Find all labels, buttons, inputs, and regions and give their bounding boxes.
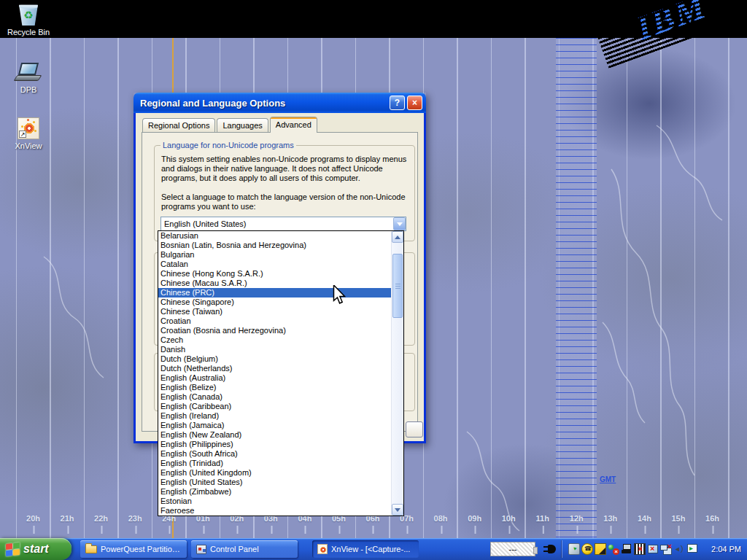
task-button-powerquest-partition[interactable]: PowerQuest Partition... — [80, 540, 187, 558]
select-language-instruction: Select a language to match the language … — [161, 192, 417, 211]
language-option[interactable]: English (Trinidad) — [158, 459, 391, 468]
language-option[interactable]: English (South Africa) — [158, 449, 391, 459]
dialog-title: Regional and Language Options — [140, 98, 387, 109]
dock-station-icon[interactable] — [621, 543, 632, 555]
list-scrollbar[interactable] — [391, 231, 403, 516]
control-panel-icon — [196, 545, 206, 554]
tab-advanced[interactable]: Advanced — [270, 117, 317, 133]
timezone-label: 20h — [26, 514, 40, 523]
language-option[interactable]: English (New Zealand) — [158, 430, 391, 440]
close-button[interactable]: × — [407, 96, 422, 110]
start-button-label: start — [23, 542, 49, 556]
language-option[interactable]: English (Zimbabwe) — [158, 487, 391, 497]
language-option[interactable]: English (United Kingdom) — [158, 468, 391, 478]
language-option[interactable]: Czech — [158, 335, 391, 345]
remove-hardware-icon[interactable] — [568, 543, 580, 555]
language-option[interactable]: Croatian (Bosnia and Herzegovina) — [158, 326, 391, 335]
timezone-label: 13h — [603, 514, 617, 523]
desktop-icon-recycle-bin[interactable]: ♻ Recycle Bin — [6, 4, 51, 36]
language-option[interactable]: Danish — [158, 345, 391, 354]
chevron-up-icon — [395, 236, 400, 239]
network-error-icon[interactable] — [660, 543, 672, 555]
language-combobox[interactable]: English (United States) — [160, 217, 406, 231]
language-option[interactable]: Belarusian — [158, 231, 391, 241]
desktop-icon-label: DPB — [6, 85, 51, 94]
ac-power-plug-icon[interactable] — [543, 543, 559, 555]
laptop-icon — [15, 63, 42, 83]
folder-icon — [85, 545, 97, 553]
tab-regional-options[interactable]: Regional Options — [142, 118, 215, 132]
language-option[interactable]: Catalan — [158, 260, 391, 269]
xnview-logo-icon — [18, 117, 39, 139]
combobox-dropdown-button[interactable] — [393, 217, 406, 230]
language-option[interactable]: English (United States) — [158, 478, 391, 487]
apply-button-partial[interactable] — [406, 421, 423, 438]
task-button-label: Control Panel — [210, 545, 259, 553]
help-button[interactable]: ? — [390, 96, 405, 110]
language-option[interactable]: Bulgarian — [158, 250, 391, 260]
language-option[interactable]: English (Canada) — [158, 392, 391, 402]
language-dropdown-list: BelarusianBosnian (Latin, Bosnia and Her… — [158, 230, 404, 516]
language-option[interactable]: Chinese (PRC) — [158, 288, 391, 298]
language-option[interactable]: English (Jamaica) — [158, 421, 391, 430]
status-ball-icon[interactable] — [581, 543, 593, 555]
taskbar: start PowerQuest Partition...Control Pan… — [0, 538, 747, 560]
task-button-xnview-capture[interactable]: XnView - [<Capture-... — [312, 540, 419, 558]
task-button-label: XnView - [<Capture-... — [331, 545, 410, 553]
chevron-down-icon — [397, 222, 403, 226]
timezone-label: 10h — [502, 514, 516, 523]
recycle-bin-icon: ♻ — [19, 4, 39, 26]
timezone-label: 11h — [536, 514, 549, 523]
language-option[interactable]: Chinese (Taiwan) — [158, 307, 391, 316]
language-option[interactable]: Chinese (Macau S.A.R.) — [158, 279, 391, 288]
tab-languages[interactable]: Languages — [217, 118, 268, 132]
desktop-icon-xnview[interactable]: XnView — [6, 117, 51, 150]
language-option[interactable]: Croatian — [158, 316, 391, 326]
display-error-icon[interactable] — [647, 543, 659, 555]
battery-meter-label: --- — [509, 545, 517, 553]
xnview-mini — [317, 544, 328, 554]
start-button[interactable]: start — [0, 538, 71, 560]
signal-error-icon[interactable] — [634, 543, 646, 555]
language-option[interactable]: English (Philippines) — [158, 440, 391, 449]
language-option[interactable]: English (Belize) — [158, 383, 391, 392]
network-status-icon[interactable] — [608, 543, 619, 555]
dialog-titlebar[interactable]: Regional and Language Options ? × — [133, 93, 426, 113]
taskbar-clock[interactable]: 2:04 PM — [711, 538, 741, 560]
language-option[interactable]: English (Caribbean) — [158, 402, 391, 411]
language-option[interactable]: English (Australia) — [158, 373, 391, 383]
timezone-label: 16h — [705, 514, 719, 523]
shortcut-arrow-icon — [19, 131, 26, 138]
antivirus-icon[interactable] — [595, 543, 606, 555]
language-option[interactable]: English (Ireland) — [158, 411, 391, 421]
language-option[interactable]: Dutch (Netherlands) — [158, 364, 391, 373]
scroll-down-button[interactable] — [392, 504, 403, 516]
scrollbar-thumb[interactable] — [392, 254, 403, 318]
scroll-up-button[interactable] — [392, 231, 403, 243]
timezone-label-row: 20h21h22h23h24h01h02h03h04h05h06h07h08h0… — [0, 514, 747, 536]
mouse-cursor — [333, 285, 346, 308]
laptop-screen — [18, 63, 39, 75]
laptop-base — [14, 75, 42, 81]
timezone-label: 21h — [61, 514, 74, 523]
desktop-icon-label: Recycle Bin — [6, 28, 51, 36]
timezone-label: 12h — [570, 514, 584, 523]
display-settings-icon[interactable] — [686, 543, 698, 555]
volume-icon[interactable] — [673, 543, 685, 555]
timezone-label: 08h — [434, 514, 448, 523]
recycle-symbol-icon: ♻ — [19, 5, 39, 26]
desktop-icon-dpb[interactable]: DPB — [6, 63, 51, 94]
groupbox-heading: Language for non-Unicode programs — [160, 141, 296, 149]
language-option[interactable]: Bosnian (Latin, Bosnia and Herzegovina) — [158, 241, 391, 250]
non-unicode-description: This system setting enables non-Unicode … — [161, 155, 417, 183]
timezone-label: 14h — [638, 514, 651, 523]
language-option[interactable]: Faeroese — [158, 506, 391, 516]
timezone-label: 23h — [128, 514, 142, 523]
language-option[interactable]: Chinese (Singapore) — [158, 298, 391, 307]
language-option[interactable]: Estonian — [158, 497, 391, 506]
language-option[interactable]: Dutch (Belgium) — [158, 354, 391, 364]
battery-meter[interactable]: --- — [490, 542, 535, 556]
tab-strip: Regional OptionsLanguagesAdvanced — [142, 118, 319, 132]
language-option[interactable]: Chinese (Hong Kong S.A.R.) — [158, 269, 391, 279]
task-button-control-panel[interactable]: Control Panel — [191, 540, 298, 558]
